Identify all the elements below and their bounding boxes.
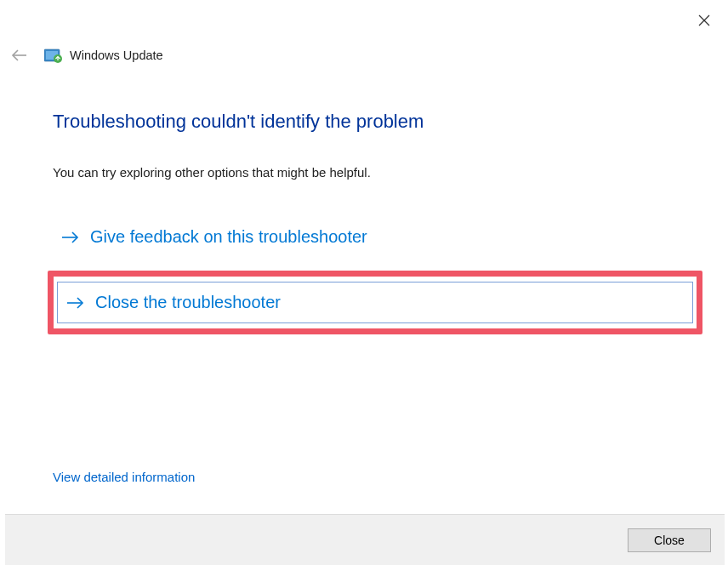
view-detailed-link[interactable]: View detailed information	[53, 470, 195, 484]
option-label: Give feedback on this troubleshooter	[90, 227, 367, 247]
option-give-feedback[interactable]: Give feedback on this troubleshooter	[53, 220, 702, 254]
main-heading: Troubleshooting couldn't identify the pr…	[53, 111, 702, 133]
footer-bar: Close	[5, 514, 725, 565]
back-arrow-icon	[10, 46, 29, 65]
highlight-annotation: Close the troubleshooter	[48, 271, 702, 334]
header-bar: Windows Update	[10, 46, 163, 65]
header-title: Windows Update	[70, 49, 163, 62]
subtext: You can try exploring other options that…	[53, 165, 702, 180]
option-label: Close the troubleshooter	[95, 293, 281, 312]
option-close-troubleshooter[interactable]: Close the troubleshooter	[57, 282, 693, 323]
windows-update-icon	[44, 48, 63, 63]
arrow-right-icon	[66, 295, 85, 311]
arrow-right-icon	[61, 230, 80, 245]
content-area: Troubleshooting couldn't identify the pr…	[53, 111, 702, 334]
close-button[interactable]: Close	[628, 528, 711, 552]
window-close-icon[interactable]	[696, 12, 713, 29]
